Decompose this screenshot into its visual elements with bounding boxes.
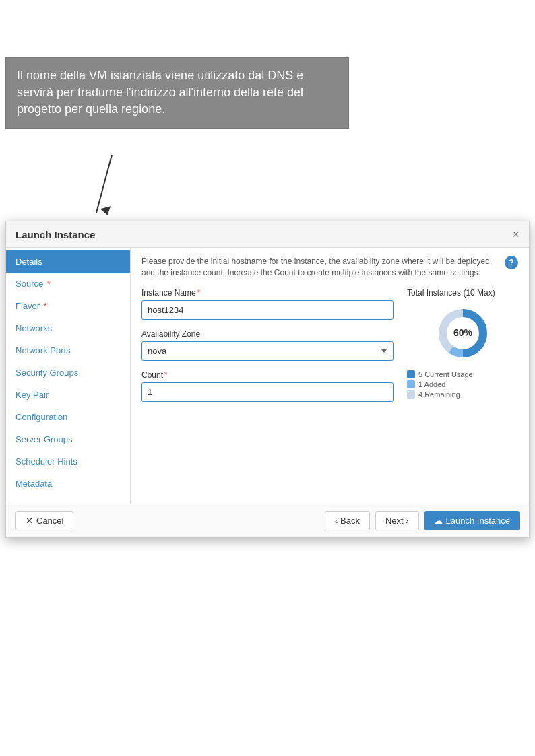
availability-zone-select[interactable]: nova (141, 341, 394, 361)
back-button[interactable]: ‹ Back (325, 511, 370, 530)
launch-cloud-icon: ☁ (434, 516, 443, 526)
next-button[interactable]: Next › (375, 511, 419, 530)
sidebar-item-metadata[interactable]: Metadata (6, 473, 130, 495)
sidebar-item-server-groups[interactable]: Server Groups (6, 428, 130, 450)
count-label: Count* (141, 370, 394, 380)
chart-legend: 5 Current Usage 1 Added 4 Remaining (407, 370, 518, 401)
modal-body: DetailsSource *Flavor *NetworksNetwork P… (6, 248, 529, 504)
launch-instance-button[interactable]: ☁ Launch Instance (424, 511, 520, 530)
cancel-icon: ✕ (26, 516, 33, 526)
donut-chart: 60% (433, 303, 493, 364)
legend-added: 1 Added (407, 380, 518, 388)
instance-name-label: Instance Name* (141, 288, 394, 298)
legend-dot-remaining (407, 390, 415, 399)
availability-zone-label: Availability Zone (141, 329, 394, 339)
sidebar: DetailsSource *Flavor *NetworksNetwork P… (6, 248, 131, 504)
form-fields: Instance Name* Availability Zone nova (141, 288, 394, 411)
arrow-line (96, 155, 113, 213)
instance-name-group: Instance Name* (141, 288, 394, 320)
form-section: Instance Name* Availability Zone nova (141, 288, 518, 411)
launch-label: Launch Instance (446, 516, 510, 526)
sidebar-item-flavor[interactable]: Flavor * (6, 295, 130, 317)
arrow-head (100, 206, 113, 217)
legend-current-usage: 5 Current Usage (407, 370, 518, 378)
tooltip-text: Il nome della VM istanziata viene utiliz… (17, 69, 303, 116)
launch-instance-modal: Launch Instance × DetailsSource *Flavor … (5, 221, 530, 538)
modal-footer: ✕ Cancel ‹ Back Next › ☁ Launch Instance (6, 504, 529, 537)
cancel-label: Cancel (36, 516, 63, 526)
main-content: Please provide the initial hostname for … (131, 248, 529, 504)
count-group: Count* (141, 370, 394, 402)
sidebar-item-key-pair[interactable]: Key Pair (6, 384, 130, 406)
legend-added-label: 1 Added (418, 380, 445, 388)
modal-title: Launch Instance (15, 229, 95, 240)
cancel-button[interactable]: ✕ Cancel (15, 511, 73, 530)
count-input[interactable] (141, 382, 394, 402)
legend-dot-added (407, 380, 415, 388)
info-bar: Please provide the initial hostname for … (141, 256, 518, 279)
sidebar-item-scheduler-hints[interactable]: Scheduler Hints (6, 450, 130, 473)
sidebar-item-security-groups[interactable]: Security Groups (6, 362, 130, 384)
donut-container: 60% 5 Current Usage 1 Added (407, 303, 518, 401)
modal-header: Launch Instance × (6, 221, 529, 248)
sidebar-item-networks[interactable]: Networks (6, 317, 130, 339)
instance-name-input[interactable] (141, 300, 394, 320)
legend-remaining: 4 Remaining (407, 390, 518, 399)
tooltip-box: Il nome della VM istanziata viene utiliz… (5, 57, 349, 129)
sidebar-item-source[interactable]: Source * (6, 273, 130, 295)
legend-dot-current (407, 370, 415, 378)
modal-close-button[interactable]: × (512, 228, 520, 240)
legend-current-label: 5 Current Usage (418, 370, 473, 378)
legend-remaining-label: 4 Remaining (418, 390, 460, 399)
chart-title: Total Instances (10 Max) (407, 288, 518, 298)
footer-right-buttons: ‹ Back Next › ☁ Launch Instance (325, 511, 520, 530)
sidebar-item-configuration[interactable]: Configuration (6, 406, 130, 428)
svg-text:60%: 60% (453, 327, 472, 338)
chart-area: Total Instances (10 Max) 60% (407, 288, 518, 411)
availability-zone-group: Availability Zone nova (141, 329, 394, 361)
sidebar-item-network-ports[interactable]: Network Ports (6, 339, 130, 362)
sidebar-item-details[interactable]: Details (6, 250, 130, 273)
info-text: Please provide the initial hostname for … (141, 256, 501, 279)
help-icon[interactable]: ? (505, 256, 518, 269)
